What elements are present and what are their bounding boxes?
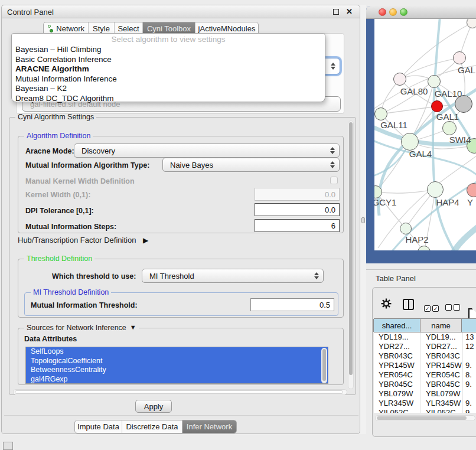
minimize-traffic-light[interactable] [389,8,397,16]
network-node-gal1-selected[interactable] [431,100,443,112]
cell[interactable]: YIL052C [374,408,421,413]
table-hscrollbar[interactable] [375,415,475,421]
cell[interactable]: YBR045C [374,380,421,389]
cell[interactable]: 13 [463,332,476,342]
network-node-swi4[interactable] [442,121,457,135]
cell[interactable]: YDR27... [421,342,463,351]
cell[interactable]: YDR27... [374,342,421,351]
cell[interactable] [463,389,476,399]
close-icon[interactable]: ✕ [346,7,353,16]
which-threshold-value: MI Threshold [149,272,194,281]
float-window-icon[interactable] [333,9,339,15]
zoom-traffic-light[interactable] [400,8,407,16]
cell[interactable]: YER054C [374,370,421,380]
table-row[interactable]: YER054C YER054C 8. [374,370,476,380]
dropdown-item[interactable]: Dream8 DC_TDC Algorithm [12,94,325,104]
which-threshold-combo[interactable]: MI Threshold [142,269,324,283]
attribute-item-selected[interactable]: BetweennessCentrality [26,366,328,375]
cell[interactable]: YBL079W [374,389,421,399]
dropdown-item-selected[interactable]: ARACNE Algorithm [12,64,325,74]
dropdown-item[interactable]: Mutual Information Inference [12,74,325,84]
column-header-shared-name[interactable]: shared... [373,319,420,332]
cell[interactable]: YPR145W [374,361,421,370]
cell[interactable]: 9. [463,361,476,370]
table-hscrollbar-thumb[interactable] [377,416,467,420]
cell[interactable]: YDL19... [421,332,463,342]
cell[interactable]: YBR043C [374,351,421,361]
attributes-scrollbar[interactable] [321,348,327,383]
cell[interactable]: YLR345W [374,399,421,408]
mi-threshold-field[interactable]: 0.5 [250,298,334,311]
attribute-item-selected[interactable]: TopologicalCoefficient [26,357,328,366]
dropdown-item[interactable]: Bayesian – K2 [12,84,325,94]
select-all-checks-icon[interactable]: ✓✓ [424,302,441,313]
collapsed-panel-icon[interactable] [3,442,13,450]
expand-arrow-icon[interactable]: ▶ [143,236,148,244]
columns-icon[interactable] [403,299,414,310]
table-row[interactable]: YLR345W YLR345W 9. [374,399,476,408]
cell[interactable]: YBR043C [421,351,463,361]
attribute-item-selected[interactable]: SelfLoops [26,347,328,357]
settings-hscrollbar[interactable] [13,389,347,395]
mi-type-value: Naive Bayes [170,161,213,169]
cell[interactable]: 12 [463,342,476,351]
node-label: HAP2 [399,234,435,244]
network-node-hap4[interactable] [427,181,444,198]
tab-infer-network[interactable]: Infer Network [182,420,236,433]
cell[interactable]: 9. [463,408,476,413]
table-row[interactable]: YBR043C YBR043C [374,351,476,361]
cell[interactable]: YLR345W [421,399,463,408]
cell[interactable]: YDL19... [374,332,421,342]
settings-scrollbar-thumb[interactable] [349,122,353,375]
network-node-gal11[interactable] [374,107,387,120]
dropdown-item[interactable]: Basic Correlation Inference [12,55,325,65]
column-header[interactable] [461,319,476,332]
mi-type-combo[interactable]: Naive Bayes [162,158,340,172]
table-row[interactable]: YBR045C YBR045C 9. [374,380,476,389]
aracne-mode-combo[interactable]: Discovery [74,144,340,158]
cell[interactable]: YIL052C [421,408,463,413]
mi-steps-field[interactable]: 6 [255,219,340,232]
settings-scrollbar[interactable] [348,120,354,389]
manual-kernel-checkbox[interactable] [330,177,338,184]
network-node-gal80[interactable] [393,73,406,86]
cell[interactable] [463,351,476,361]
table-row[interactable]: YPR145W YPR145W 9. [374,361,476,370]
cell[interactable]: YBL079W [421,389,463,399]
bottom-tabs: Impute Data Discretize Data Infer Networ… [74,420,237,433]
unchecked-box-icon [445,304,452,311]
attributes-scrollbar-thumb[interactable] [322,349,326,381]
attribute-item-selected[interactable]: gal4RGexp [26,375,328,384]
kernel-width-field[interactable]: 0.0 [255,188,340,201]
network-canvas[interactable]: GAL GAL80 GAL10 GAL1 GAL11 SWI4 GAL4 GCY… [374,19,476,250]
cell[interactable]: YPR145W [421,361,463,370]
settings-hscrollbar-thumb[interactable] [15,390,343,394]
tab-discretize-data[interactable]: Discretize Data [122,420,182,433]
close-traffic-light[interactable] [379,8,386,16]
apply-button[interactable]: Apply [135,400,172,413]
combo-spinner-icon [330,161,335,168]
network-node[interactable] [453,51,466,64]
mi-threshold-group-title: MI Threshold Definition [31,288,111,296]
network-node-hap2[interactable] [400,223,412,234]
hub-tf-definition-row[interactable]: Hub/Transcription Factor Definition ▶ [18,236,148,244]
cell[interactable]: YER054C [421,370,463,380]
table-row[interactable]: YBL079W YBL079W [374,389,476,399]
deselect-all-boxes-icon[interactable] [445,302,462,313]
column-header-name[interactable]: name [420,319,462,332]
cell[interactable]: YBR045C [421,380,463,389]
cell[interactable]: 9. [463,399,476,408]
splitter-grip-icon[interactable] [361,217,365,223]
cell[interactable]: 8. [463,370,476,380]
gear-icon[interactable] [381,298,392,311]
dpi-tolerance-field[interactable]: 0.0 [255,203,340,216]
dropdown-item[interactable]: Bayesian – Hill Climbing [12,45,325,55]
collapse-arrow-icon[interactable]: ▼ [130,324,136,332]
tab-impute-data[interactable]: Impute Data [75,420,122,433]
table-row[interactable]: YDL19... YDL19... 13 [374,332,476,342]
table-row[interactable]: YIL052C YIL052C 9. [374,408,476,413]
cell[interactable]: 9. [463,380,476,389]
table-row[interactable]: YDR27... YDR27... 12 [374,342,476,351]
cyni-algorithm-settings-group: Cyni Algorithm Settings Algorithm Defini… [9,117,356,395]
network-node-gal4[interactable] [401,133,419,151]
